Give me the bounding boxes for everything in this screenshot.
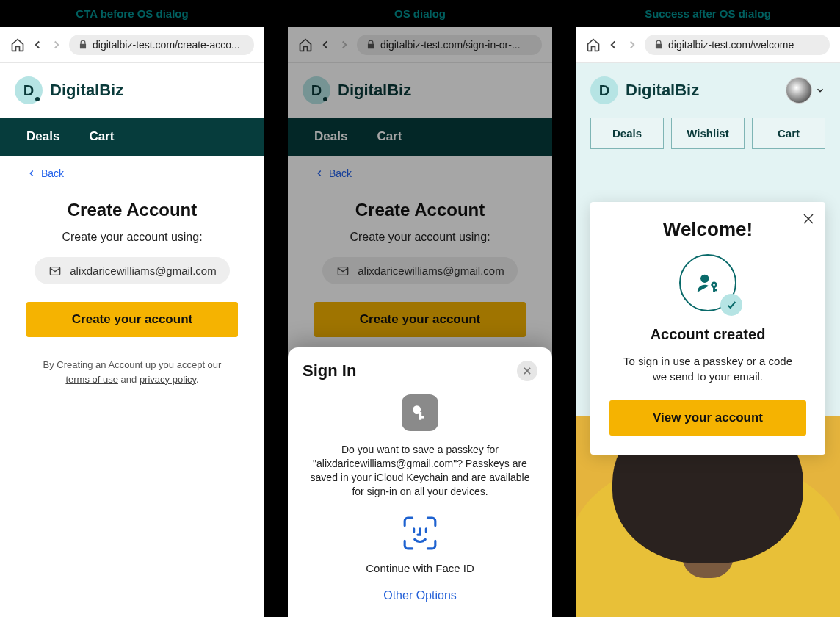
avatar — [786, 77, 812, 104]
brand-header: D DigitalBiz — [576, 63, 840, 118]
sheet-title: Sign In — [303, 361, 356, 380]
phone-frame-1: digitalbiz-test.com/create-acco... D Dig… — [0, 27, 264, 617]
welcome-title: Welcome! — [609, 218, 806, 241]
tab-deals[interactable]: Deals — [590, 118, 664, 149]
browser-chrome: digitalbiz-test.com/welcome — [576, 27, 840, 63]
page-subtitle: Create your account using: — [26, 231, 238, 244]
back-label: Back — [41, 167, 64, 179]
forward-icon[interactable] — [50, 38, 63, 51]
mail-icon — [48, 265, 62, 277]
legal-text: By Creating an Account up you accept our… — [26, 358, 238, 386]
brand-logo: D — [590, 76, 618, 104]
lock-icon — [653, 40, 664, 50]
nav-tabs: Deals Cart — [0, 118, 264, 156]
email-pill[interactable]: alixdaricewilliams@gmail.com — [35, 257, 229, 284]
phone-frame-3: digitalbiz-test.com/welcome D DigitalBiz… — [576, 27, 840, 617]
pill-tabs: Deals Wishlist Cart — [576, 118, 840, 159]
stage-label-1: CTA before OS dialog — [0, 0, 264, 27]
tab-deals[interactable]: Deals — [26, 129, 59, 144]
os-signin-sheet: Sign In Do you want to save a passkey fo… — [288, 347, 552, 617]
account-menu[interactable] — [786, 77, 825, 104]
welcome-icon — [679, 254, 736, 311]
sheet-body-text: Do you want to save a passkey for "alixd… — [303, 443, 537, 499]
url-text: digitalbiz-test.com/create-acco... — [93, 39, 240, 51]
browser-chrome: digitalbiz-test.com/create-acco... — [0, 27, 264, 63]
stage-label-2: OS dialog — [288, 0, 552, 27]
forward-icon[interactable] — [626, 38, 639, 51]
url-bar[interactable]: digitalbiz-test.com/welcome — [645, 35, 830, 55]
create-account-button[interactable]: Create your account — [26, 302, 238, 337]
page-title: Create Account — [26, 200, 238, 220]
lock-icon — [78, 40, 88, 50]
back-icon[interactable] — [607, 38, 620, 51]
phone-frame-2: digitalbiz-test.com/sign-in-or-... D Dig… — [288, 27, 552, 617]
home-icon[interactable] — [586, 37, 601, 52]
brand-logo: D — [15, 76, 43, 104]
privacy-link[interactable]: privacy policy — [140, 374, 196, 385]
user-key-icon — [695, 270, 720, 295]
tab-cart[interactable]: Cart — [752, 118, 825, 149]
account-created-title: Account created — [609, 326, 806, 343]
faceid-block[interactable]: Continue with Face ID — [303, 515, 537, 574]
back-link[interactable]: Back — [0, 156, 264, 179]
tab-wishlist[interactable]: Wishlist — [671, 118, 745, 149]
view-account-button[interactable]: View your account — [609, 400, 806, 436]
other-options-link[interactable]: Other Options — [303, 589, 537, 602]
close-button[interactable] — [802, 212, 815, 229]
check-badge — [720, 294, 742, 316]
brand-name: DigitalBiz — [626, 81, 699, 100]
url-bar[interactable]: digitalbiz-test.com/create-acco... — [69, 35, 254, 55]
svg-rect-6 — [419, 416, 424, 419]
url-text: digitalbiz-test.com/welcome — [668, 39, 794, 51]
email-value: alixdaricewilliams@gmail.com — [70, 264, 216, 277]
faceid-label: Continue with Face ID — [303, 562, 537, 574]
home-icon[interactable] — [10, 37, 25, 52]
brand-header: D DigitalBiz — [0, 63, 264, 118]
brand-name: DigitalBiz — [50, 81, 123, 100]
check-icon — [725, 299, 737, 311]
passkey-icon — [402, 394, 438, 431]
account-created-sub: To sign in use a passkey or a code we se… — [609, 353, 806, 384]
faceid-icon — [402, 515, 438, 552]
welcome-card: Welcome! Account created To sign in use … — [590, 202, 825, 455]
tab-cart[interactable]: Cart — [89, 129, 114, 144]
chevron-left-icon — [26, 168, 37, 178]
back-icon[interactable] — [31, 38, 44, 51]
chevron-down-icon — [815, 85, 825, 95]
svg-point-11 — [700, 275, 709, 283]
sheet-close-button[interactable] — [517, 361, 537, 381]
svg-point-12 — [712, 283, 717, 287]
terms-link[interactable]: terms of use — [65, 374, 118, 385]
close-icon — [802, 212, 815, 225]
close-icon — [522, 366, 532, 376]
stage-label-3: Success after OS dialog — [576, 0, 840, 27]
